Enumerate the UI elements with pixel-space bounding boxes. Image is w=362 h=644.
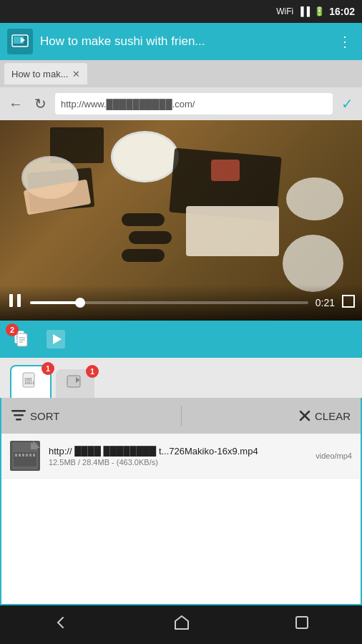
plate-round2: [283, 235, 343, 292]
sushi-roll2: [129, 231, 172, 244]
download-item[interactable]: http:// ████ ████████ t...726Makiko-16x9…: [1, 434, 361, 479]
url-confirm-icon[interactable]: ✓: [338, 92, 356, 115]
sushi-plate-light: [186, 206, 279, 256]
system-home-button[interactable]: [167, 608, 196, 641]
tab-close-icon[interactable]: ✕: [72, 69, 80, 79]
tab-bar: How to mak... ✕: [0, 60, 362, 87]
status-time: 16:02: [329, 6, 355, 17]
download-tab-2-badge: 1: [86, 365, 99, 378]
time-display: 0:21: [315, 297, 335, 308]
svg-rect-32: [22, 454, 24, 457]
rice-bowl: [111, 131, 179, 182]
svg-rect-33: [26, 454, 28, 457]
browser-tab[interactable]: How to mak... ✕: [4, 63, 87, 84]
svg-rect-4: [17, 294, 21, 307]
progress-fill: [30, 301, 80, 304]
system-back-button[interactable]: [47, 608, 75, 641]
download-tab-2[interactable]: 1: [56, 369, 94, 398]
svg-rect-20: [67, 376, 80, 387]
filename: http:// ████ ████████ t...726Makiko-16x9…: [49, 446, 307, 457]
download-tabs: 1001 10011 1 1: [0, 358, 362, 398]
progress-thumb: [75, 298, 85, 308]
svg-rect-31: [19, 454, 21, 457]
video-controls: 0:21: [0, 285, 362, 321]
sushi-roll1: [122, 213, 165, 226]
clear-label: CLEAR: [315, 410, 351, 422]
crab-stick: [211, 160, 240, 181]
docs-icon-wrap[interactable]: 2: [9, 326, 34, 352]
wifi-icon: WiFi: [276, 6, 293, 16]
refresh-button[interactable]: ↻: [31, 92, 49, 115]
file-info: http:// ████ ████████ t...726Makiko-16x9…: [49, 446, 307, 467]
url-bar: ← ↻ http://www.██████████.com/ ✓: [0, 87, 362, 120]
download-tab-1-icon: 1001 10011: [21, 371, 40, 394]
svg-rect-5: [343, 296, 354, 307]
pause-button[interactable]: [7, 293, 23, 313]
download-tab-1-badge: 1: [41, 362, 54, 375]
signal-icon: ▐▐: [298, 6, 310, 16]
url-input-container[interactable]: http://www.██████████.com/: [55, 93, 333, 114]
download-tab-1[interactable]: 1001 10011 1: [10, 365, 52, 398]
file-meta: 12.5MB / 28.4MB - (463.0KB/s): [49, 458, 307, 467]
plate-round: [286, 177, 343, 220]
status-bar: WiFi ▐▐ 🔋 16:02: [0, 0, 362, 23]
progress-bar[interactable]: [30, 301, 308, 304]
sort-clear-bar: SORT CLEAR: [1, 398, 361, 434]
back-button[interactable]: ←: [6, 93, 26, 115]
file-type: video/mp4: [315, 452, 352, 460]
svg-rect-36: [296, 617, 308, 628]
svg-text:10011: 10011: [24, 381, 34, 385]
svg-rect-35: [33, 454, 35, 457]
url-text: http://www.██████████.com/: [61, 99, 195, 109]
main-content: How to make sushi with frien... ⋮ How to…: [0, 23, 362, 605]
sort-clear-divider: [181, 406, 182, 426]
action-bar: 2: [0, 321, 362, 358]
play-icon[interactable]: [43, 326, 69, 352]
svg-rect-23: [14, 414, 24, 416]
system-recents-button[interactable]: [288, 609, 315, 640]
status-icons: WiFi ▐▐ 🔋 16:02: [276, 6, 355, 17]
svg-marker-28: [31, 442, 38, 449]
svg-rect-3: [9, 294, 13, 307]
docs-badge: 2: [6, 323, 19, 336]
download-area: SORT CLEAR: [0, 398, 362, 605]
sushi-roll3: [122, 249, 165, 262]
app-icon: [7, 29, 33, 54]
app-title-text: How to make sushi with frien...: [40, 34, 328, 49]
svg-rect-22: [11, 410, 26, 412]
svg-rect-30: [15, 454, 17, 457]
fullscreen-button[interactable]: [342, 295, 355, 311]
video-player[interactable]: 0:21: [0, 120, 362, 321]
system-nav-bar: [0, 605, 362, 644]
download-tab-2-icon: [66, 373, 84, 395]
battery-icon: 🔋: [314, 6, 325, 16]
clear-button[interactable]: CLEAR: [189, 410, 351, 422]
app-title-bar: How to make sushi with frien... ⋮: [0, 23, 362, 60]
menu-icon[interactable]: ⋮: [335, 30, 355, 53]
svg-rect-34: [29, 454, 31, 457]
tab-label: How to mak...: [11, 69, 68, 79]
sort-button[interactable]: SORT: [11, 410, 174, 422]
svg-rect-24: [16, 419, 21, 421]
sort-label: SORT: [30, 410, 59, 422]
file-icon: [10, 441, 40, 471]
